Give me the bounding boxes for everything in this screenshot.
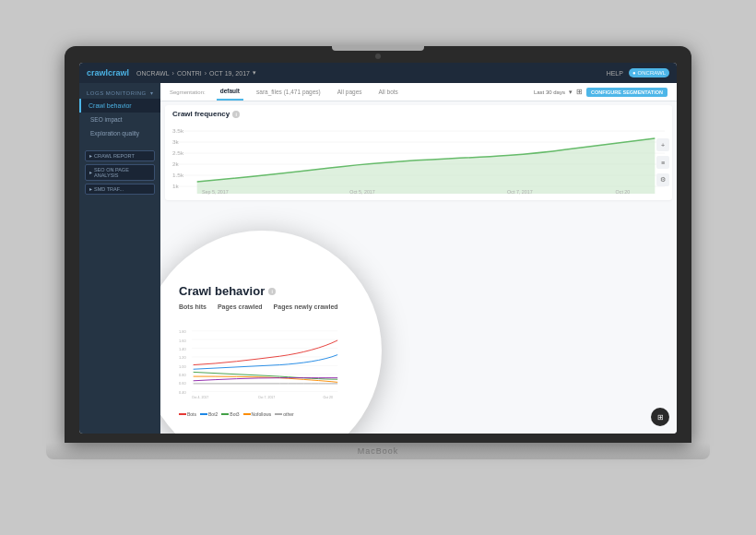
- svg-text:Oct 4, 2017: Oct 4, 2017: [192, 396, 208, 399]
- laptop-shell: crawlcrawl ONCRAWL › CONTRI › OCT 19, 20…: [46, 46, 710, 489]
- legend-item-bots: Bots: [179, 411, 196, 417]
- crawl-frequency-section: Crawl frequency i: [165, 105, 672, 200]
- svg-text:Oct 7, 2017: Oct 7, 2017: [507, 189, 533, 195]
- svg-text:0.80: 0.80: [179, 373, 186, 377]
- svg-text:2k: 2k: [172, 160, 180, 167]
- filter-btn[interactable]: ≡: [656, 156, 669, 169]
- svg-text:1.5k: 1.5k: [172, 172, 184, 178]
- svg-text:0.40: 0.40: [179, 390, 186, 395]
- logo-accent: crawl: [87, 68, 108, 77]
- account-badge[interactable]: ● ONCRAWL: [629, 68, 669, 77]
- seo-analysis-btn[interactable]: ▸ SEO ON PAGE ANALYSIS: [85, 164, 155, 181]
- laptop-base: [46, 443, 710, 459]
- crawl-report-btn[interactable]: ▸ CRAWL REPORT: [85, 150, 155, 161]
- bottom-action-btn[interactable]: ⊞: [651, 408, 669, 426]
- legend-item-bot3: Bot3: [221, 411, 239, 417]
- crawl-frequency-title: Crawl frequency i: [172, 110, 665, 118]
- metric-bots-hits: Bots hits: [179, 303, 207, 310]
- crawl-behavior-title: Crawl behavior i: [179, 284, 345, 298]
- legend-item-other: other: [275, 411, 293, 417]
- date-range-label: Last 30 days: [534, 89, 565, 95]
- sidebar: LOGS MONITORING ▾ Crawl behavior SEO imp…: [79, 83, 160, 434]
- seg-tab-all-bots[interactable]: All bots: [375, 83, 402, 101]
- sidebar-item-crawl-behavior[interactable]: Crawl behavior: [79, 99, 160, 113]
- crawl-behavior-info-icon: i: [268, 288, 276, 295]
- circle-content: Crawl behavior i Bots hits Pages crawled…: [170, 284, 354, 417]
- crawl-behavior-overlay: Crawl behavior i Bots hits Pages crawled…: [160, 231, 382, 434]
- export-icon[interactable]: ⊞: [576, 88, 583, 96]
- date-range-controls: Last 30 days ▾ ⊞ CONFIGURE SEGMENTATION: [534, 88, 667, 97]
- svg-text:2.5k: 2.5k: [172, 149, 184, 156]
- svg-text:1.20: 1.20: [179, 355, 186, 360]
- svg-text:1.40: 1.40: [179, 347, 186, 351]
- legend: Bots Bot2 Bot3: [179, 411, 345, 417]
- seg-tab-all-pages[interactable]: All pages: [334, 83, 366, 101]
- svg-text:3.5k: 3.5k: [172, 127, 184, 134]
- seg-tab-sara[interactable]: sara_files (1,471 pages): [253, 83, 325, 101]
- metric-pages-newly: Pages newly crawled: [274, 303, 338, 310]
- laptop-screen: crawlcrawl ONCRAWL › CONTRI › OCT 19, 20…: [79, 63, 677, 434]
- calendar-icon[interactable]: ▾: [569, 89, 573, 96]
- main-layout: LOGS MONITORING ▾ Crawl behavior SEO imp…: [79, 83, 677, 434]
- settings-btn[interactable]: ⚙: [656, 173, 669, 186]
- sidebar-section-reports: ▸ CRAWL REPORT ▸ SEO ON PAGE ANALYSIS ▸ …: [79, 144, 160, 201]
- sidebar-item-exploration[interactable]: Exploration quality: [79, 126, 160, 140]
- svg-text:1.60: 1.60: [179, 339, 186, 343]
- segmentation-tabs: Segmentation: default sara_files (1,471 …: [160, 83, 677, 101]
- legend-item-bot2: Bot2: [200, 411, 218, 417]
- sidebar-item-seo-impact[interactable]: SEO impact: [79, 113, 160, 126]
- svg-text:Oct 20: Oct 20: [616, 189, 631, 195]
- svg-text:1k: 1k: [172, 183, 180, 189]
- metric-pages-crawled: Pages crawled: [218, 303, 263, 310]
- info-icon: i: [232, 111, 240, 118]
- configure-segmentation-btn[interactable]: CONFIGURE SEGMENTATION: [586, 88, 667, 97]
- chart-right-icons: + ≡ ⚙: [656, 138, 669, 186]
- svg-text:Sep 5, 2017: Sep 5, 2017: [202, 189, 229, 195]
- top-bar: crawlcrawl ONCRAWL › CONTRI › OCT 19, 20…: [79, 63, 677, 83]
- zoom-in-btn[interactable]: +: [656, 138, 669, 151]
- svg-text:Oct 7, 2017: Oct 7, 2017: [258, 396, 275, 399]
- logo: crawlcrawl: [87, 68, 129, 77]
- svg-text:0.60: 0.60: [179, 381, 186, 386]
- top-bar-right: HELP ● ONCRAWL: [607, 68, 669, 77]
- cb-svg: 1.80 1.60 1.40 1.20 1.00 0.80 0.60 0.40: [179, 317, 345, 410]
- sidebar-section-header: LOGS MONITORING ▾: [79, 87, 160, 99]
- seg-tab-default[interactable]: default: [217, 83, 243, 101]
- svg-text:Oct 20: Oct 20: [324, 396, 333, 399]
- screen-bezel: crawlcrawl ONCRAWL › CONTRI › OCT 19, 20…: [65, 46, 691, 443]
- laptop-notch: [332, 46, 424, 51]
- frequency-svg: 3.5k 3k 2.5k 2k 1.5k 1k: [172, 122, 665, 196]
- sidebar-section-logs: LOGS MONITORING ▾ Crawl behavior SEO imp…: [79, 83, 160, 144]
- help-link[interactable]: HELP: [607, 70, 623, 77]
- content-area: Segmentation: default sara_files (1,471 …: [160, 83, 677, 434]
- cb-metrics-row: Bots hits Pages crawled Pages newly craw…: [179, 303, 345, 310]
- legend-item-nofollow: Nofollows: [243, 411, 272, 417]
- svg-text:1.00: 1.00: [179, 364, 186, 369]
- breadcrumb: ONCRAWL › CONTRI › OCT 19, 2017 ▾: [136, 69, 256, 77]
- crawl-behavior-chart: 1.80 1.60 1.40 1.20 1.00 0.80 0.60 0.40: [179, 317, 345, 410]
- smd-traf-btn[interactable]: ▸ SMD TRAF...: [85, 184, 155, 195]
- svg-text:3k: 3k: [172, 138, 180, 145]
- svg-text:1.80: 1.80: [179, 329, 186, 334]
- svg-text:Oct 5, 2017: Oct 5, 2017: [349, 189, 375, 195]
- crawl-frequency-chart: 3.5k 3k 2.5k 2k 1.5k 1k: [172, 122, 665, 196]
